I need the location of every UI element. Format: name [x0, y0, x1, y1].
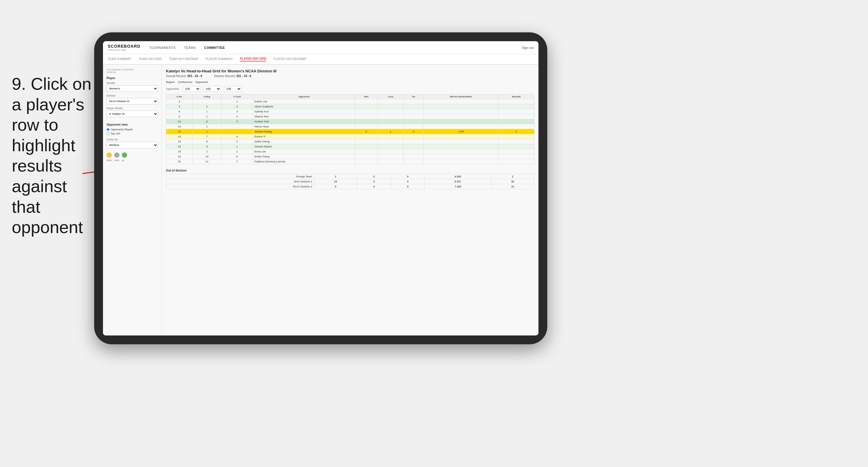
filter-conference-group: Conference — [178, 81, 193, 84]
colour-up — [122, 152, 127, 158]
radio-opponents-played-input[interactable] — [106, 128, 110, 131]
out-table-row[interactable]: Foreign Team 1 0 0 4.500 2 — [166, 174, 534, 179]
logo-sub: Powered by clippi — [108, 49, 141, 51]
table-row[interactable]: 13 1 HeeJo Hyun — [166, 124, 534, 129]
table-row[interactable]: 20 11 7 Federica Domecq Lacroze — [166, 159, 534, 164]
col-win: Win — [355, 94, 377, 99]
colour-down — [106, 152, 112, 158]
col-div: # Div — [166, 94, 193, 99]
opponent-view-title: Opponent view — [106, 123, 158, 126]
colour-up-label: up — [122, 159, 124, 161]
tablet-screen: SCOREBOARD Powered by clippi TOURNAMENTS… — [103, 41, 538, 336]
player-rank-select[interactable]: 8. Katelyn Vo — [106, 111, 158, 117]
subnav-team-summary[interactable]: TEAM SUMMARY — [108, 57, 132, 61]
subnav-team-h2h-grid[interactable]: TEAM H2H GRID — [139, 57, 162, 61]
subnav-player-h2h-heatmap[interactable]: PLAYER H2H HEATMAP — [273, 57, 306, 61]
out-table-row[interactable]: NAIA Division 1 15 0 0 9.267 30 — [166, 179, 534, 184]
division-record-label: Division Record: 331 - 34 - 6 — [214, 74, 251, 78]
col-loss: Loss — [377, 94, 404, 99]
sub-nav: TEAM SUMMARY TEAM H2H GRID TEAM H2H HEAT… — [103, 54, 538, 65]
region-filter-label: Region — [166, 81, 175, 84]
radio-top100-input[interactable] — [106, 132, 110, 135]
table-row[interactable]: 16 9 1 Jessica Mason — [166, 144, 534, 149]
filter-opponent-group: Opponent — [195, 81, 208, 84]
gender-select[interactable]: Women's — [106, 85, 158, 92]
table-row[interactable]: 13 1 Jessica Huang 0 1 0 -3.00 2 — [166, 129, 534, 134]
opponents-label: Opponents: — [166, 87, 180, 90]
table-row[interactable]: 9 1 4 Sharon Mun — [166, 114, 534, 119]
out-table-row[interactable]: NCAA Division 2 5 0 0 7.400 10 — [166, 184, 534, 189]
opponent-view-section: Opponent view Opponents Played Top 100 — [106, 123, 158, 135]
opponent-select[interactable]: (All) — [224, 86, 242, 92]
col-reg: # Reg — [192, 94, 221, 99]
col-tie: Tie — [404, 94, 424, 99]
record-row: Overall Record: 353 - 34 - 6 Division Re… — [166, 74, 534, 78]
nav-tournaments[interactable]: TOURNAMENTS — [149, 46, 176, 50]
colour-level-label: level — [115, 159, 119, 161]
table-row[interactable]: 18 2 2 Euna Lee — [166, 149, 534, 154]
subnav-team-h2h-heatmap[interactable]: TEAM H2H HEATMAP — [169, 57, 198, 61]
colour-circles — [106, 152, 158, 158]
gender-label: Gender — [106, 82, 158, 85]
table-row[interactable]: 5 2 2 Alexis Sudjianto — [166, 104, 534, 109]
colour-down-label: down — [106, 159, 112, 161]
overall-record-label: Overall Record: 353 - 34 - 6 — [166, 74, 202, 78]
subnav-player-h2h-grid[interactable]: PLAYER H2H GRID — [240, 57, 266, 62]
opponent-filter-label: Opponent — [195, 81, 208, 84]
table-row[interactable]: 3 1 Esther Lee — [166, 99, 534, 104]
player-section-title: Player — [106, 76, 158, 80]
tablet-shell: SCOREBOARD Powered by clippi TOURNAMENTS… — [94, 32, 547, 344]
colour-by-label: Colour by — [106, 138, 158, 141]
filter-selects-row: Opponents: (All) (All) (All) — [166, 86, 534, 92]
out-of-division-table: Foreign Team 1 0 0 4.500 2 NAIA Division… — [166, 174, 534, 189]
nav-teams[interactable]: TEAMS — [184, 46, 196, 50]
division-record-value: 331 - 34 - 6 — [236, 74, 251, 78]
filter-row: Region Conference Opponent — [166, 81, 534, 84]
colour-level — [114, 152, 120, 158]
colour-by-select[interactable]: Win/loss — [106, 142, 158, 148]
radio-top100[interactable]: Top 100 — [106, 132, 158, 135]
col-rounds: Rounds — [498, 94, 534, 99]
subnav-player-summary[interactable]: PLAYER SUMMARY — [206, 57, 233, 61]
grid-title: Katelyn Vo Head-to-Head Grid for Women's… — [166, 69, 534, 73]
col-opponent: Opponent — [253, 94, 355, 99]
division-select[interactable]: NCAA Division III — [106, 98, 158, 104]
col-diff: Diff Av Strokes/Rnd — [424, 94, 498, 99]
main-content: Last Updated: 27/03/2024 16:55:38 Player… — [103, 65, 538, 336]
table-row[interactable]: 6 1 3 Sydney Kuo — [166, 109, 534, 114]
out-of-division-title: Out of division — [166, 169, 534, 172]
colour-labels: down level up — [106, 159, 158, 161]
logo: SCOREBOARD Powered by clippi — [108, 44, 141, 51]
conference-filter-label: Conference — [178, 81, 193, 84]
region-select[interactable]: (All) — [183, 86, 200, 92]
h2h-table: # Div # Reg # Conf Opponent Win Loss Tie… — [166, 94, 534, 164]
division-label: Division — [106, 94, 158, 97]
overall-record-value: 353 - 34 - 6 — [187, 74, 202, 78]
table-row[interactable]: 15 8 5 Stella Cheng — [166, 139, 534, 144]
table-row[interactable]: 19 10 6 Emily Chang — [166, 154, 534, 159]
timestamp: Last Updated: 27/03/2024 16:55:38 — [106, 68, 158, 73]
conference-select[interactable]: (All) — [203, 86, 221, 92]
col-conf: # Conf — [221, 94, 253, 99]
table-row[interactable]: 10 6 3 Andrea York — [166, 119, 534, 124]
left-panel: Last Updated: 27/03/2024 16:55:38 Player… — [103, 65, 162, 336]
radio-opponents-played[interactable]: Opponents Played — [106, 128, 158, 131]
colour-section: Colour by Win/loss down level up — [106, 138, 158, 161]
sign-out-button[interactable]: Sign out — [522, 46, 534, 50]
nav-links: TOURNAMENTS TEAMS COMMITTEE — [149, 46, 522, 50]
player-rank-label: Player (Rank) — [106, 107, 158, 110]
nav-bar: SCOREBOARD Powered by clippi TOURNAMENTS… — [103, 41, 538, 54]
right-content: Katelyn Vo Head-to-Head Grid for Women's… — [162, 65, 538, 336]
nav-committee[interactable]: COMMITTEE — [204, 46, 225, 50]
annotation-text: 9. Click on a player's row to highlight … — [12, 73, 94, 238]
logo-title: SCOREBOARD — [108, 44, 141, 49]
filter-region-group: Region — [166, 81, 175, 84]
table-row[interactable]: 14 7 4 Eunice Yi — [166, 134, 534, 139]
